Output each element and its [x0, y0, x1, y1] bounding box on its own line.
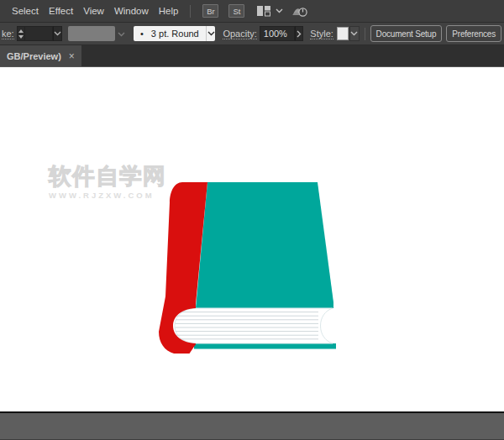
menu-window[interactable]: Window: [109, 0, 154, 22]
control-bar: ke: • 3 pt. Round Opacity: Style:: [0, 23, 504, 45]
styles-button[interactable]: St: [228, 4, 244, 18]
opacity-expand-icon[interactable]: [295, 26, 304, 41]
book-pages[interactable]: [175, 308, 333, 343]
brush-dropdown-chevron[interactable]: [206, 26, 216, 41]
artboard-canvas[interactable]: 软件自学网 WWW.RJZXW.COM: [0, 67, 504, 411]
book-back-cover-strip[interactable]: [194, 343, 336, 349]
stepper-up-icon[interactable]: [18, 29, 24, 33]
controlbar-separator: [365, 28, 365, 40]
stroke-weight-field[interactable]: [25, 26, 53, 41]
stepper-down-icon[interactable]: [18, 35, 24, 39]
brush-dropdown[interactable]: • 3 pt. Round: [134, 26, 206, 41]
style-swatch[interactable]: [337, 27, 349, 40]
brush-value: 3 pt. Round: [151, 29, 199, 39]
style-dropdown-chevron[interactable]: [349, 26, 360, 41]
menu-help[interactable]: Help: [154, 0, 184, 22]
cc-sync-disabled-icon[interactable]: [291, 4, 308, 18]
illustrator-window: Select Effect View Window Help Br St: [0, 0, 504, 440]
stroke-label[interactable]: ke:: [2, 29, 14, 39]
close-icon[interactable]: ×: [69, 51, 75, 61]
menu-select[interactable]: Select: [7, 0, 44, 22]
bottom-pasteboard-bar: [0, 411, 504, 439]
stroke-weight-dropdown[interactable]: [53, 26, 63, 41]
width-profile-dropdown[interactable]: [68, 26, 115, 41]
style-label[interactable]: Style:: [310, 29, 333, 39]
opacity-field[interactable]: [260, 26, 295, 41]
document-setup-button[interactable]: Document Setup: [370, 25, 443, 42]
chevron-down-icon[interactable]: [276, 8, 283, 13]
document-tab-bar: GB/Preview) ×: [0, 45, 504, 67]
menu-separator: [190, 5, 191, 18]
document-tab-label: GB/Preview): [7, 51, 61, 61]
menu-bar: Select Effect View Window Help Br St: [0, 0, 504, 23]
book-illustration[interactable]: [151, 176, 346, 355]
menu-view[interactable]: View: [78, 0, 109, 22]
menu-effect[interactable]: Effect: [44, 0, 78, 22]
document-tab[interactable]: GB/Preview) ×: [0, 45, 81, 66]
book-cover[interactable]: [196, 182, 333, 308]
opacity-label[interactable]: Opacity:: [223, 29, 256, 39]
stroke-weight-stepper[interactable]: [17, 26, 25, 41]
brush-preview-dot: •: [140, 29, 144, 39]
bridge-button[interactable]: Br: [202, 4, 218, 18]
workspace-switcher-icon[interactable]: [256, 5, 271, 17]
preferences-button[interactable]: Preferences: [446, 25, 501, 42]
width-profile-chevron-icon[interactable]: [118, 29, 125, 39]
